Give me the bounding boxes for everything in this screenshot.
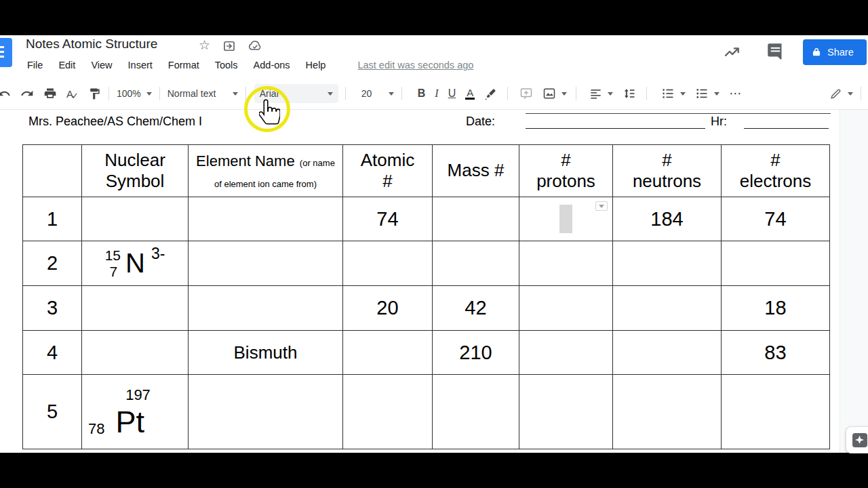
row2-nuclear-symbol[interactable]: 15 7 N3- <box>82 241 189 286</box>
chevron-down-icon <box>389 92 394 98</box>
share-button[interactable]: Share <box>803 39 867 65</box>
table-cell-dropdown-widget[interactable] <box>595 201 608 211</box>
menu-format[interactable]: Format <box>168 60 199 70</box>
row4-nuclear-symbol-cell[interactable] <box>82 331 189 375</box>
row5-neutrons-cell[interactable] <box>613 375 722 449</box>
row5-number[interactable]: 5 <box>23 375 82 449</box>
row2-mass-number-cell[interactable] <box>433 241 519 286</box>
explore-button[interactable] <box>846 426 868 453</box>
underline-button[interactable]: U <box>443 85 461 102</box>
chevron-down-icon <box>561 92 567 98</box>
document-title[interactable]: Notes Atomic Structure <box>26 37 157 52</box>
add-comment-button[interactable] <box>515 85 538 102</box>
row3-electrons[interactable]: 18 <box>722 286 830 331</box>
menu-view[interactable]: View <box>91 60 112 70</box>
row3-atomic-number[interactable]: 20 <box>343 286 433 331</box>
header-neutrons[interactable]: # neutrons <box>613 145 722 197</box>
row1-nuclear-symbol-cell[interactable] <box>82 197 189 241</box>
hr-label[interactable]: Hr: <box>711 115 727 129</box>
row3-neutrons-cell[interactable] <box>613 286 722 331</box>
more-options-button[interactable]: ⋯ <box>724 85 747 102</box>
row5-nuclear-symbol[interactable]: 197 78 Pt <box>82 375 189 449</box>
bulleted-list-button[interactable] <box>690 85 724 102</box>
row2-number[interactable]: 2 <box>23 241 82 286</box>
row2-electrons-cell[interactable] <box>722 241 830 286</box>
print-button[interactable] <box>39 85 62 102</box>
insert-image-button[interactable] <box>538 85 572 102</box>
spellcheck-button[interactable]: A✓ <box>62 85 83 102</box>
row5-element-name-cell[interactable] <box>189 375 343 449</box>
last-edit-link[interactable]: Last edit was seconds ago <box>357 60 473 70</box>
row1-neutrons[interactable]: 184 <box>613 197 722 241</box>
header-electrons[interactable]: # electrons <box>722 145 830 197</box>
date-label[interactable]: Date: <box>466 115 495 129</box>
row2-neutrons-cell[interactable] <box>613 241 722 286</box>
row4-element-name[interactable]: Bismuth <box>189 331 343 375</box>
row3-nuclear-symbol-cell[interactable] <box>82 286 189 331</box>
row5-protons-cell[interactable] <box>519 375 613 449</box>
row1-mass-number-cell[interactable] <box>433 197 519 241</box>
bold-button[interactable]: B <box>413 85 431 102</box>
line-spacing-button[interactable] <box>618 85 641 102</box>
row4-number[interactable]: 4 <box>23 331 82 375</box>
atomic-structure-table[interactable]: Nuclear Symbol Element Name (or name of … <box>22 144 830 449</box>
menu-insert[interactable]: Insert <box>128 60 153 70</box>
row4-mass-number[interactable]: 210 <box>433 331 519 375</box>
activity-dashboard-icon[interactable] <box>723 42 742 64</box>
italic-button[interactable]: I <box>430 85 443 102</box>
row2-atomic-number-cell[interactable] <box>343 241 433 286</box>
header-blank[interactable] <box>23 145 82 197</box>
row1-protons-cell[interactable] <box>519 197 613 241</box>
share-label: Share <box>827 47 854 58</box>
align-button[interactable] <box>585 85 618 102</box>
row5-mass-number-cell[interactable] <box>433 375 519 449</box>
hand-cursor-icon <box>259 99 280 125</box>
highlight-color-button[interactable] <box>479 85 502 102</box>
row1-electrons[interactable]: 74 <box>722 197 830 241</box>
row4-neutrons-cell[interactable] <box>613 331 722 375</box>
menu-edit[interactable]: Edit <box>58 60 75 70</box>
row5-electrons-cell[interactable] <box>722 375 830 449</box>
paint-format-button[interactable] <box>83 85 106 102</box>
header-element-name[interactable]: Element Name (or name of element ion cam… <box>189 145 343 197</box>
header-mass-number[interactable]: Mass # <box>433 145 519 197</box>
docs-header: Notes Atomic Structure ☆ File Edit View … <box>0 35 868 78</box>
table-row: 2 15 7 N3- <box>23 241 830 286</box>
row1-element-name-cell[interactable] <box>189 197 343 241</box>
menu-tools[interactable]: Tools <box>215 60 238 70</box>
numbered-list-button[interactable] <box>656 85 690 102</box>
cloud-saved-icon[interactable] <box>248 39 262 53</box>
header-nuclear-symbol[interactable]: Nuclear Symbol <box>82 145 189 197</box>
row4-electrons[interactable]: 83 <box>722 331 830 375</box>
zoom-select[interactable]: 100% <box>112 85 157 102</box>
move-folder-icon[interactable] <box>222 39 236 53</box>
editing-mode-button[interactable] <box>825 85 858 102</box>
row5-atomic-number-cell[interactable] <box>343 375 433 449</box>
undo-button[interactable] <box>0 85 16 102</box>
row3-element-name-cell[interactable] <box>189 286 343 331</box>
row1-atomic-number[interactable]: 74 <box>343 197 433 241</box>
google-docs-logo-icon[interactable] <box>0 38 12 67</box>
star-icon[interactable]: ☆ <box>199 38 210 53</box>
document-page[interactable]: Mrs. Peachee/AS Chem/Chem I Date: Hr: Nu… <box>0 110 840 453</box>
comments-icon[interactable] <box>766 42 785 63</box>
paragraph-style-select[interactable]: Normal text <box>163 85 243 102</box>
row1-number[interactable]: 1 <box>23 197 82 241</box>
redo-button[interactable] <box>16 85 39 102</box>
row4-protons-cell[interactable] <box>519 331 613 375</box>
teacher-line[interactable]: Mrs. Peachee/AS Chem/Chem I <box>28 115 202 129</box>
row4-atomic-number-cell[interactable] <box>343 331 433 375</box>
menu-addons[interactable]: Add-ons <box>254 60 290 70</box>
text-color-button[interactable]: A <box>460 85 479 102</box>
row2-element-name-cell[interactable] <box>189 241 343 286</box>
row3-protons-cell[interactable] <box>519 286 613 331</box>
row3-number[interactable]: 3 <box>23 286 82 331</box>
header-protons[interactable]: # protons <box>519 145 613 197</box>
font-size-select[interactable]: 20 <box>357 85 399 102</box>
menu-file[interactable]: File <box>27 60 43 70</box>
menu-help[interactable]: Help <box>306 60 326 70</box>
row3-mass-number[interactable]: 42 <box>433 286 519 331</box>
chevron-down-icon <box>608 92 613 98</box>
row2-protons-cell[interactable] <box>519 241 613 286</box>
header-atomic-number[interactable]: Atomic # <box>343 145 433 197</box>
